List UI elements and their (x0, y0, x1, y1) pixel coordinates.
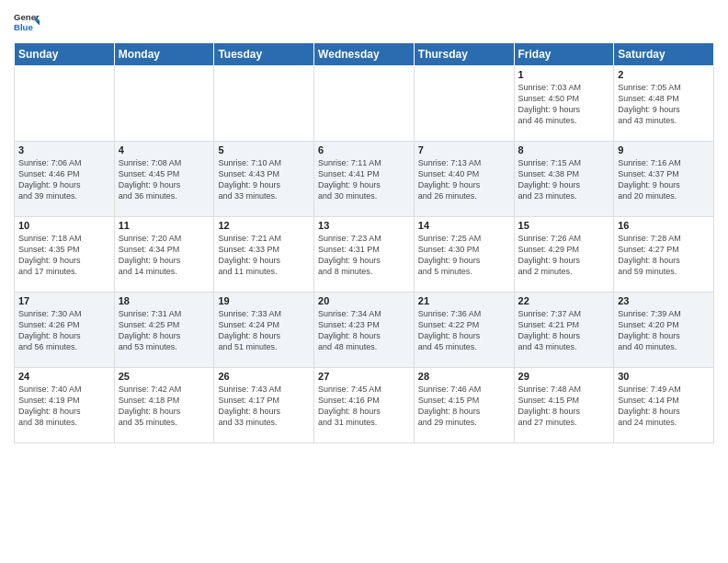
day-number: 18 (119, 295, 210, 306)
day-info: Sunrise: 7:10 AM Sunset: 4:43 PM Dayligh… (218, 157, 310, 202)
day-info: Sunrise: 7:49 AM Sunset: 4:14 PM Dayligh… (618, 384, 710, 429)
day-number: 26 (218, 371, 310, 382)
day-info: Sunrise: 7:23 AM Sunset: 4:31 PM Dayligh… (318, 233, 410, 278)
calendar-cell (314, 66, 415, 142)
calendar-cell (114, 66, 214, 142)
calendar-cell: 10Sunrise: 7:18 AM Sunset: 4:35 PM Dayli… (15, 217, 115, 293)
day-number: 6 (318, 144, 410, 155)
day-number: 10 (18, 220, 110, 231)
calendar-cell: 25Sunrise: 7:42 AM Sunset: 4:18 PM Dayli… (114, 368, 214, 443)
calendar-cell: 24Sunrise: 7:40 AM Sunset: 4:19 PM Dayli… (15, 368, 115, 443)
day-info: Sunrise: 7:11 AM Sunset: 4:41 PM Dayligh… (318, 157, 410, 202)
day-info: Sunrise: 7:08 AM Sunset: 4:45 PM Dayligh… (119, 157, 210, 202)
logo: General Blue (14, 9, 40, 35)
calendar-cell: 29Sunrise: 7:48 AM Sunset: 4:15 PM Dayli… (514, 368, 614, 443)
logo-icon: General Blue (14, 9, 40, 35)
calendar-cell: 30Sunrise: 7:49 AM Sunset: 4:14 PM Dayli… (614, 368, 714, 443)
day-number: 12 (218, 220, 310, 231)
day-info: Sunrise: 7:31 AM Sunset: 4:25 PM Dayligh… (119, 308, 210, 353)
calendar-cell: 27Sunrise: 7:45 AM Sunset: 4:16 PM Dayli… (314, 368, 415, 443)
day-info: Sunrise: 7:05 AM Sunset: 4:48 PM Dayligh… (618, 82, 710, 127)
day-info: Sunrise: 7:42 AM Sunset: 4:18 PM Dayligh… (119, 384, 210, 429)
day-info: Sunrise: 7:13 AM Sunset: 4:40 PM Dayligh… (418, 157, 510, 202)
calendar-cell: 19Sunrise: 7:33 AM Sunset: 4:24 PM Dayli… (214, 293, 314, 368)
day-number: 9 (618, 144, 710, 155)
day-info: Sunrise: 7:48 AM Sunset: 4:15 PM Dayligh… (518, 384, 610, 429)
day-info: Sunrise: 7:40 AM Sunset: 4:19 PM Dayligh… (18, 384, 110, 429)
calendar-cell: 3Sunrise: 7:06 AM Sunset: 4:46 PM Daylig… (15, 142, 115, 217)
day-info: Sunrise: 7:46 AM Sunset: 4:15 PM Dayligh… (418, 384, 510, 429)
calendar-cell: 22Sunrise: 7:37 AM Sunset: 4:21 PM Dayli… (514, 293, 614, 368)
weekday-header: Saturday (614, 43, 714, 66)
calendar-cell: 8Sunrise: 7:15 AM Sunset: 4:38 PM Daylig… (514, 142, 614, 217)
day-info: Sunrise: 7:43 AM Sunset: 4:17 PM Dayligh… (218, 384, 310, 429)
calendar-cell: 16Sunrise: 7:28 AM Sunset: 4:27 PM Dayli… (614, 217, 714, 293)
calendar-cell: 4Sunrise: 7:08 AM Sunset: 4:45 PM Daylig… (114, 142, 214, 217)
day-number: 1 (518, 69, 610, 80)
day-number: 13 (318, 220, 410, 231)
calendar-cell: 15Sunrise: 7:26 AM Sunset: 4:29 PM Dayli… (514, 217, 614, 293)
day-info: Sunrise: 7:39 AM Sunset: 4:20 PM Dayligh… (618, 308, 710, 353)
calendar-cell: 6Sunrise: 7:11 AM Sunset: 4:41 PM Daylig… (314, 142, 415, 217)
day-number: 2 (618, 69, 710, 80)
day-info: Sunrise: 7:37 AM Sunset: 4:21 PM Dayligh… (518, 308, 610, 353)
day-info: Sunrise: 7:36 AM Sunset: 4:22 PM Dayligh… (418, 308, 510, 353)
day-number: 20 (318, 295, 410, 306)
calendar-cell: 20Sunrise: 7:34 AM Sunset: 4:23 PM Dayli… (314, 293, 415, 368)
svg-text:Blue: Blue (14, 22, 33, 32)
day-number: 4 (119, 144, 210, 155)
day-number: 7 (418, 144, 510, 155)
calendar-cell (15, 66, 115, 142)
day-number: 11 (119, 220, 210, 231)
header: General Blue (14, 9, 714, 35)
main-container: General Blue SundayMondayTuesdayWednesda… (0, 0, 728, 563)
calendar-cell: 5Sunrise: 7:10 AM Sunset: 4:43 PM Daylig… (214, 142, 314, 217)
day-number: 27 (318, 371, 410, 382)
day-info: Sunrise: 7:06 AM Sunset: 4:46 PM Dayligh… (18, 157, 110, 202)
calendar-cell: 1Sunrise: 7:03 AM Sunset: 4:50 PM Daylig… (514, 66, 614, 142)
day-info: Sunrise: 7:16 AM Sunset: 4:37 PM Dayligh… (618, 157, 710, 202)
day-number: 8 (518, 144, 610, 155)
weekday-header: Thursday (414, 43, 514, 66)
day-info: Sunrise: 7:15 AM Sunset: 4:38 PM Dayligh… (518, 157, 610, 202)
calendar-cell: 17Sunrise: 7:30 AM Sunset: 4:26 PM Dayli… (15, 293, 115, 368)
calendar-cell: 18Sunrise: 7:31 AM Sunset: 4:25 PM Dayli… (114, 293, 214, 368)
day-number: 21 (418, 295, 510, 306)
calendar-cell: 26Sunrise: 7:43 AM Sunset: 4:17 PM Dayli… (214, 368, 314, 443)
weekday-header: Wednesday (314, 43, 415, 66)
day-number: 5 (218, 144, 310, 155)
day-info: Sunrise: 7:45 AM Sunset: 4:16 PM Dayligh… (318, 384, 410, 429)
day-info: Sunrise: 7:26 AM Sunset: 4:29 PM Dayligh… (518, 233, 610, 278)
day-info: Sunrise: 7:34 AM Sunset: 4:23 PM Dayligh… (318, 308, 410, 353)
weekday-header: Friday (514, 43, 614, 66)
day-number: 15 (518, 220, 610, 231)
day-number: 3 (18, 144, 110, 155)
day-number: 25 (119, 371, 210, 382)
day-info: Sunrise: 7:21 AM Sunset: 4:33 PM Dayligh… (218, 233, 310, 278)
day-number: 24 (18, 371, 110, 382)
weekday-header: Tuesday (214, 43, 314, 66)
calendar-cell: 23Sunrise: 7:39 AM Sunset: 4:20 PM Dayli… (614, 293, 714, 368)
calendar-cell: 28Sunrise: 7:46 AM Sunset: 4:15 PM Dayli… (414, 368, 514, 443)
day-number: 29 (518, 371, 610, 382)
day-number: 22 (518, 295, 610, 306)
day-number: 17 (18, 295, 110, 306)
day-info: Sunrise: 7:20 AM Sunset: 4:34 PM Dayligh… (119, 233, 210, 278)
day-number: 28 (418, 371, 510, 382)
calendar-cell (414, 66, 514, 142)
day-info: Sunrise: 7:33 AM Sunset: 4:24 PM Dayligh… (218, 308, 310, 353)
day-number: 19 (218, 295, 310, 306)
calendar-cell (214, 66, 314, 142)
day-number: 30 (618, 371, 710, 382)
day-info: Sunrise: 7:25 AM Sunset: 4:30 PM Dayligh… (418, 233, 510, 278)
day-number: 23 (618, 295, 710, 306)
calendar-cell: 11Sunrise: 7:20 AM Sunset: 4:34 PM Dayli… (114, 217, 214, 293)
calendar-cell: 12Sunrise: 7:21 AM Sunset: 4:33 PM Dayli… (214, 217, 314, 293)
calendar-table: SundayMondayTuesdayWednesdayThursdayFrid… (14, 42, 714, 443)
calendar-cell: 14Sunrise: 7:25 AM Sunset: 4:30 PM Dayli… (414, 217, 514, 293)
calendar-cell: 21Sunrise: 7:36 AM Sunset: 4:22 PM Dayli… (414, 293, 514, 368)
weekday-header: Monday (114, 43, 214, 66)
day-info: Sunrise: 7:03 AM Sunset: 4:50 PM Dayligh… (518, 82, 610, 127)
calendar-cell: 7Sunrise: 7:13 AM Sunset: 4:40 PM Daylig… (414, 142, 514, 217)
day-number: 16 (618, 220, 710, 231)
